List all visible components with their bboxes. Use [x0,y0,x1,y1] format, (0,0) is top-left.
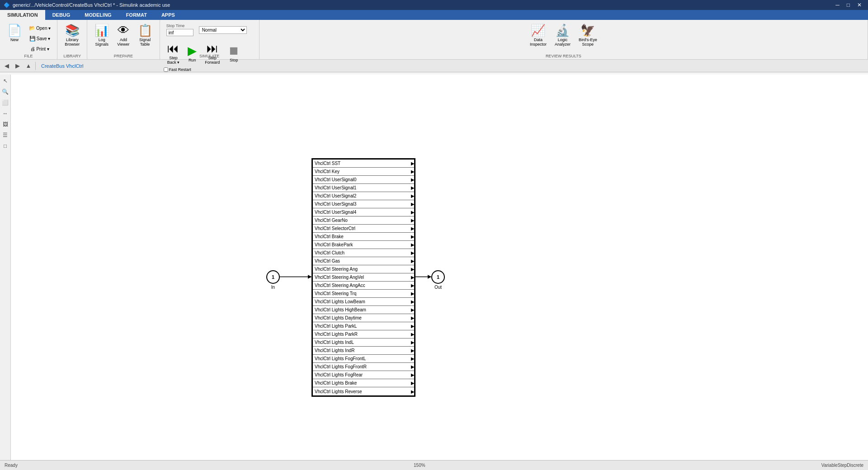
close-button[interactable]: ✕ [854,2,864,8]
bus-signal-row: VhclCtrl SST▶ [313,160,414,168]
birds-eye-scope-button[interactable]: 🦅 Bird's-EyeScope [575,22,601,48]
run-button[interactable]: ▶ Run [184,42,200,64]
in-port-circle: 1 [266,270,280,284]
bus-signal-row: VhclCtrl Steering Trq▶ [313,290,414,298]
ribbon-group-review: 📈 DataInspector 🔬 LogicAnalyzer 🦅 Bird's… [259,20,868,59]
back-button[interactable]: ◀ [2,61,12,71]
menu-tab-format[interactable]: FORMAT [119,10,154,20]
sidebar-image[interactable]: 🖼 [1,120,10,129]
stop-button[interactable]: ⏹ Stop [224,42,243,64]
bus-row-arrow: ▶ [411,299,415,304]
data-inspector-button[interactable]: 📈 DataInspector [526,22,550,48]
logic-analyzer-button[interactable]: 🔬 LogicAnalyzer [551,22,574,48]
fast-restart-checkbox[interactable] [164,67,168,72]
bus-signal-row: VhclCtrl UserSignal0▶ [313,176,414,184]
sidebar-list[interactable]: ☰ [1,131,10,140]
bus-row-arrow: ▶ [411,218,415,223]
bus-row-arrow: ▶ [411,340,415,345]
status-bar: Ready 150% VariableStepDiscrete [0,460,868,470]
minimize-button[interactable]: ─ [833,2,842,8]
bus-signal-row: VhclCtrl UserSignal4▶ [313,208,414,216]
menu-tab-simulation[interactable]: SIMULATION [0,10,45,20]
menu-tab-apps[interactable]: APPS [154,10,182,20]
maximize-button[interactable]: □ [844,2,853,8]
library-browser-button[interactable]: 📚 LibraryBrowser [61,22,83,48]
bus-row-arrow: ▶ [411,348,415,353]
fast-restart-label: Fast Restart [169,67,191,72]
print-icon: 🖨 [30,46,35,52]
print-button[interactable]: 🖨 Print ▾ [26,44,53,53]
menu-tab-debug[interactable]: DEBUG [45,10,78,20]
in-port-num: 1 [272,274,274,280]
bus-row-arrow: ▶ [411,291,415,296]
status-zoom: 150% [414,463,425,468]
mode-select[interactable]: Normal Accelerator Rapid Accelerator [199,26,247,34]
bus-row-arrow: ▶ [411,275,415,280]
up-button[interactable]: ▲ [24,61,33,71]
canvas-svg [11,75,553,460]
bus-row-arrow: ▶ [411,389,415,394]
forward-button[interactable]: ▶ [13,61,23,71]
title-bar-text: generic/.../VehicleControl/CreateBus Vhc… [13,2,170,8]
step-forward-button[interactable]: ⏭ StepForward [201,40,223,66]
sidebar-area-zoom[interactable]: ⬜ [1,98,10,107]
bus-row-arrow: ▶ [411,332,415,337]
library-icon: 📚 [65,24,80,38]
menu-tab-modeling[interactable]: MODELING [77,10,118,20]
open-label: Open ▾ [36,26,51,31]
title-bar: 🔷 generic/.../VehicleControl/CreateBus V… [0,0,868,10]
bus-signal-row: VhclCtrl Clutch▶ [313,249,414,257]
bus-signal-row: VhclCtrl Lights IndL▶ [313,338,414,347]
bus-signal-row: VhclCtrl SelectorCtrl▶ [313,225,414,233]
sidebar-square[interactable]: □ [1,141,10,150]
bus-signal-row: VhclCtrl Lights HighBeam▶ [313,306,414,314]
sidebar-pointer-tool[interactable]: ↖ [1,76,10,85]
bus-row-arrow: ▶ [411,324,415,329]
toolbar-separator [35,62,36,70]
bus-row-arrow: ▶ [411,226,415,231]
signal-table-label: SignalTable [139,38,151,47]
bus-signal-row: VhclCtrl Steering AngAcc▶ [313,282,414,290]
simulate-group-label: SIMULATE [160,54,259,58]
bus-row-arrow: ▶ [411,267,415,272]
stop-time-input[interactable]: inf [166,29,193,36]
data-inspector-label: DataInspector [530,38,547,47]
save-button[interactable]: 💾 Save ▾ [26,34,53,43]
new-button[interactable]: 📄 New [4,22,25,44]
prepare-group-label: PREPARE [87,54,159,58]
title-bar-controls: ─ □ ✕ [833,2,864,8]
title-bar-icon: 🔷 [4,2,10,8]
open-button[interactable]: 📂 Open ▾ [26,24,53,33]
data-inspector-icon: 📈 [531,24,545,38]
add-viewer-label: AddViewer [117,38,129,47]
status-solver: VariableStepDiscrete [821,463,863,468]
in-port-block[interactable]: 1 In [266,270,280,290]
bus-row-arrow: ▶ [411,169,415,174]
title-bar-left: 🔷 generic/.../VehicleControl/CreateBus V… [4,2,170,8]
sidebar-zoom-in[interactable]: 🔍 [1,87,10,96]
bus-creator-block[interactable]: VhclCtrl SST▶VhclCtrl Key▶VhclCtrl UserS… [311,158,415,397]
log-signals-label: LogSignals [95,38,109,47]
left-sidebar: ↖ 🔍 ⬜ ↔ 🖼 ☰ □ [0,75,11,460]
signal-table-button[interactable]: 📋 SignalTable [134,22,156,48]
log-signals-button[interactable]: 📊 LogSignals [91,22,113,48]
library-label: LibraryBrowser [65,38,80,47]
save-label: Save ▾ [37,36,51,41]
bus-row-arrow: ▶ [411,356,415,361]
bus-signal-row: VhclCtrl Steering AngVel▶ [313,273,414,282]
menu-bar: SIMULATION DEBUG MODELING FORMAT APPS [0,10,868,20]
open-icon: 📂 [29,25,35,31]
add-viewer-button[interactable]: 👁 AddViewer [113,22,133,48]
canvas-inner: VhclCtrl SST▶VhclCtrl Key▶VhclCtrl UserS… [11,75,553,460]
bus-signal-row: VhclCtrl Lights ParkL▶ [313,322,414,330]
print-label: Print ▾ [36,47,49,52]
sidebar-arrow-tool[interactable]: ↔ [1,109,10,118]
bus-row-arrow: ▶ [411,193,415,198]
bus-signal-row: VhclCtrl Key▶ [313,168,414,176]
canvas[interactable]: VhclCtrl SST▶VhclCtrl Key▶VhclCtrl UserS… [11,75,868,460]
step-back-button[interactable]: ⏮ StepBack ▾ [164,40,184,66]
bus-signal-row: VhclCtrl Brake▶ [313,233,414,241]
stop-label: Stop [230,58,238,62]
out-port-block[interactable]: 1 Out [431,270,445,290]
breadcrumb-tab[interactable]: CreateBus VhclCtrl [41,63,84,69]
